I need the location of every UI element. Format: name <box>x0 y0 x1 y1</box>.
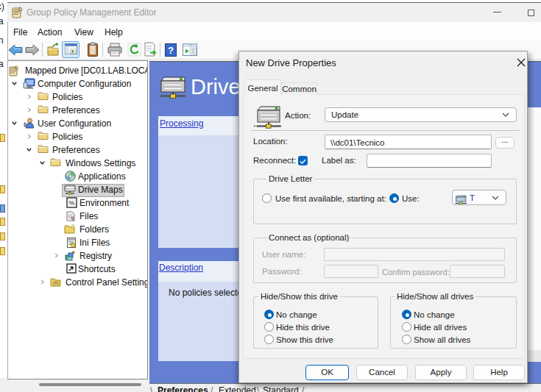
svg-text:%: % <box>68 199 74 207</box>
svg-text:?: ? <box>168 45 174 56</box>
svg-text:*: * <box>72 215 74 221</box>
